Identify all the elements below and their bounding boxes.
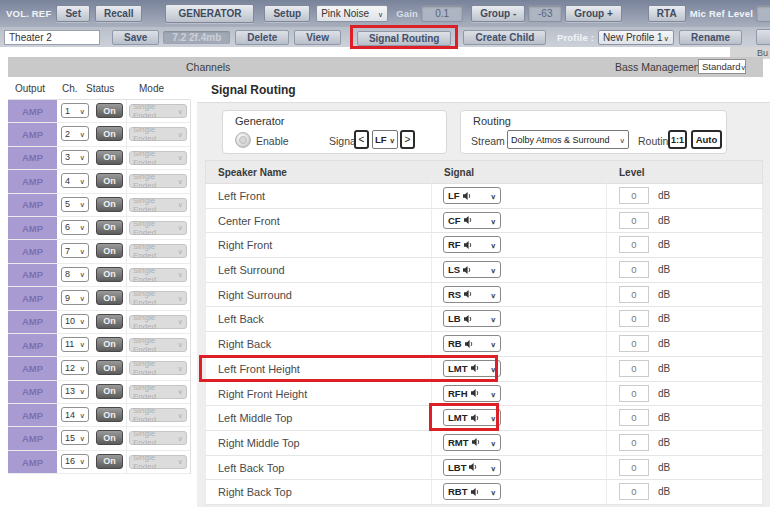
level-input[interactable]	[619, 409, 649, 426]
profile-select[interactable]: New Profile 1	[598, 30, 674, 45]
level-input[interactable]	[619, 459, 649, 476]
status-on-button[interactable]: On	[96, 407, 123, 422]
channel-number-select[interactable]: 14	[61, 407, 89, 422]
column-divider	[606, 184, 607, 208]
channels-bar: Channels Bass Management Standard	[8, 57, 763, 77]
output-type-cell: AMP	[8, 217, 57, 239]
channel-number-select[interactable]: 9	[61, 290, 89, 305]
channel-number-select[interactable]: 12	[61, 360, 89, 375]
channel-number-select[interactable]: 10	[61, 314, 89, 329]
column-divider	[606, 382, 607, 406]
channel-number-select[interactable]: 11	[61, 337, 89, 352]
recall-button[interactable]: Recall	[95, 5, 142, 22]
group-minus-button[interactable]: Group -	[471, 5, 525, 22]
channel-number-select[interactable]: 16	[61, 454, 89, 469]
signal-select[interactable]: LF	[443, 187, 501, 204]
signal-select[interactable]: LS	[443, 261, 501, 278]
status-on-button[interactable]: On	[96, 337, 123, 352]
signal-select[interactable]: RB	[443, 335, 501, 352]
level-input[interactable]	[619, 286, 649, 303]
status-on-button[interactable]: On	[96, 454, 123, 469]
channel-number-select[interactable]: 1	[61, 103, 89, 118]
mic-ref-input[interactable]	[756, 5, 770, 22]
delete-button[interactable]: Delete	[235, 30, 289, 45]
channel-number-select[interactable]: 3	[61, 150, 89, 165]
bass-management-select[interactable]: Standard	[698, 59, 746, 74]
status-on-button[interactable]: On	[96, 126, 123, 141]
signal-select[interactable]: RBT	[443, 483, 501, 500]
save-button[interactable]: Save	[112, 30, 159, 45]
level-input[interactable]	[619, 236, 649, 253]
status-on-button[interactable]: On	[96, 290, 123, 305]
channel-number-select[interactable]: 4	[61, 173, 89, 188]
noise-select[interactable]: Pink Noise	[316, 5, 388, 22]
speaker-icon	[470, 413, 480, 423]
signal-prev-button[interactable]: <	[354, 130, 369, 149]
signal-select[interactable]: RF	[443, 236, 501, 253]
channel-number-select[interactable]: 13	[61, 384, 89, 399]
status-on-button[interactable]: On	[96, 314, 123, 329]
create-child-button[interactable]: Create Child	[463, 30, 546, 45]
level-input[interactable]	[619, 187, 649, 204]
status-on-button[interactable]: On	[96, 267, 123, 282]
level-input[interactable]	[619, 360, 649, 377]
channel-number-select[interactable]: 15	[61, 430, 89, 445]
status-on-button[interactable]: On	[96, 430, 123, 445]
column-divider	[126, 287, 127, 309]
signal-select[interactable]: LBT	[443, 459, 501, 476]
chevron-down-icon	[80, 269, 86, 279]
rename-button[interactable]: Rename	[679, 30, 742, 45]
status-on-button[interactable]: On	[96, 384, 123, 399]
channel-number-select[interactable]: 7	[61, 243, 89, 258]
signal-select[interactable]: RMT	[443, 434, 501, 451]
status-on-button[interactable]: On	[96, 103, 123, 118]
signal-select[interactable]: LMT	[443, 360, 501, 377]
channel-number-select[interactable]: 6	[61, 220, 89, 235]
rta-button[interactable]: RTA	[648, 5, 686, 22]
enable-toggle[interactable]	[235, 132, 251, 148]
mode-value: Single Ended	[133, 289, 178, 307]
channel-row: AMP 9 On Single Ended	[8, 287, 190, 310]
setup-button[interactable]: Setup	[264, 5, 310, 22]
status-on-button[interactable]: On	[96, 173, 123, 188]
signal-select-value: LF	[448, 190, 460, 201]
group-level-input[interactable]	[528, 5, 562, 22]
generator-button[interactable]: GENERATOR	[165, 4, 254, 23]
partial-edge-button[interactable]	[756, 29, 770, 45]
channel-number-select[interactable]: 8	[61, 267, 89, 282]
status-on-button[interactable]: On	[96, 360, 123, 375]
preset-name-input[interactable]	[4, 30, 100, 45]
set-button[interactable]: Set	[56, 5, 90, 22]
signal-select[interactable]: RFH	[443, 385, 501, 402]
level-input[interactable]	[619, 385, 649, 402]
gain-input[interactable]	[421, 5, 463, 22]
profile-label: Profile :	[557, 32, 594, 43]
generator-signal-select[interactable]: LF	[372, 130, 398, 149]
one-to-one-button[interactable]: 1:1	[668, 130, 687, 149]
signal-select[interactable]: CF	[443, 212, 501, 229]
signal-next-button[interactable]: >	[400, 130, 415, 149]
status-on-button[interactable]: On	[96, 243, 123, 258]
status-on-button[interactable]: On	[96, 197, 123, 212]
channel-strip-body: AMP 1 On Single Ended AMP 2 On Single En…	[8, 100, 191, 474]
speaker-name-label: Left Back	[218, 313, 264, 325]
signal-select[interactable]: RS	[443, 286, 501, 303]
group-plus-button[interactable]: Group +	[565, 5, 622, 22]
level-input[interactable]	[619, 335, 649, 352]
signal-select-value: LBT	[448, 462, 466, 473]
level-input[interactable]	[619, 310, 649, 327]
signal-routing-button[interactable]: Signal Routing	[357, 31, 452, 46]
auto-button[interactable]: Auto	[691, 130, 722, 149]
status-on-button[interactable]: On	[96, 150, 123, 165]
level-input[interactable]	[619, 261, 649, 278]
view-button[interactable]: View	[294, 30, 341, 45]
stream-select[interactable]: Dolby Atmos & Surround	[507, 130, 629, 149]
channel-number-select[interactable]: 5	[61, 197, 89, 212]
level-input[interactable]	[619, 434, 649, 451]
level-input[interactable]	[619, 483, 649, 500]
level-input[interactable]	[619, 212, 649, 229]
signal-select[interactable]: LMT	[443, 409, 501, 426]
channel-number-select[interactable]: 2	[61, 126, 89, 141]
signal-select[interactable]: LB	[443, 310, 501, 327]
status-on-button[interactable]: On	[96, 220, 123, 235]
